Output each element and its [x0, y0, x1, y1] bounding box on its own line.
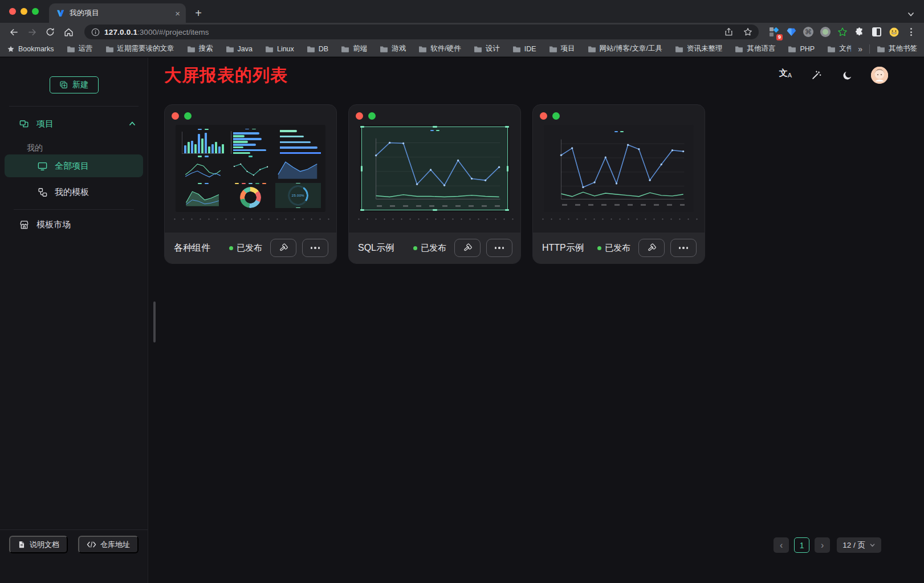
site-info-icon[interactable] — [91, 28, 100, 36]
home-button[interactable] — [60, 25, 76, 39]
current-page-button[interactable]: 1 — [794, 537, 809, 553]
x-axis-ticks — [562, 204, 685, 206]
star-icon — [7, 45, 15, 53]
sidebar-item-all-projects[interactable]: 全部项目 — [5, 154, 143, 177]
bookmark-folder[interactable]: 其他语言 — [735, 44, 775, 54]
repo-button[interactable]: 仓库地址 — [78, 536, 139, 553]
reload-button[interactable] — [42, 25, 58, 39]
tab-search-chevron-icon[interactable] — [907, 10, 915, 18]
bookmark-folder[interactable]: 资讯未整理 — [675, 44, 723, 54]
docs-button[interactable]: 说明文档 — [9, 536, 68, 553]
bar — [233, 132, 259, 134]
language-icon[interactable]: 文A — [779, 68, 792, 82]
bookmark-folder[interactable]: PHP — [788, 44, 815, 54]
share-icon[interactable] — [721, 25, 736, 39]
edit-hammer-button[interactable] — [454, 239, 481, 257]
mini-gradient-hbar-chart — [275, 129, 321, 154]
bookmark-folder[interactable]: 文件服务器 — [827, 44, 851, 54]
browser-tab[interactable]: 我的项目 × — [49, 3, 186, 23]
bookmark-folder[interactable]: 搜索 — [187, 44, 213, 54]
project-name: HTTP示例 — [542, 242, 597, 254]
bar — [208, 146, 210, 153]
edit-hammer-button[interactable] — [270, 239, 296, 257]
selection-handle[interactable] — [360, 209, 364, 211]
extension-tabs-icon[interactable]: 9 — [767, 25, 781, 39]
bar — [280, 136, 304, 138]
screens-icon — [19, 119, 30, 129]
user-avatar[interactable] — [871, 67, 888, 84]
bookmark-star-icon[interactable] — [740, 25, 755, 39]
sidebar-item-my-templates[interactable]: 我的模板 — [5, 181, 143, 203]
tab-close-icon[interactable]: × — [175, 9, 180, 18]
selection-handle[interactable] — [505, 126, 509, 128]
selection-handle[interactable] — [505, 209, 509, 211]
bookmark-folder[interactable]: 近期需要读的文章 — [105, 44, 174, 54]
sidebar-footer: 说明文档 仓库地址 — [0, 536, 148, 553]
bookmark-folder[interactable]: 游戏 — [380, 44, 406, 54]
more-button[interactable] — [302, 239, 328, 257]
new-tab-button[interactable]: + — [190, 5, 206, 21]
project-card[interactable]: 25.00% 各种组件 已发布 — [164, 104, 337, 264]
more-button[interactable] — [486, 239, 512, 257]
selection-handle[interactable] — [296, 183, 300, 184]
magic-wand-icon[interactable] — [809, 68, 823, 82]
chevron-up-icon[interactable] — [128, 120, 136, 128]
selection-handle[interactable] — [433, 126, 437, 128]
selection-handle[interactable] — [361, 166, 363, 172]
http-line-chart — [547, 128, 690, 209]
extension-darkreader-icon[interactable] — [869, 25, 884, 39]
bookmark-folder[interactable]: 设计 — [474, 44, 500, 54]
next-page-button[interactable]: › — [815, 537, 830, 553]
page-size-select[interactable]: 12 / 页 — [837, 537, 881, 553]
selection-handle[interactable] — [507, 166, 508, 172]
forward-button[interactable] — [24, 25, 40, 39]
sidebar-section-project[interactable]: 项目 — [5, 113, 143, 134]
more-button[interactable] — [670, 239, 697, 257]
new-project-button[interactable]: 新建 — [50, 76, 99, 93]
bookmarks-divider — [869, 44, 870, 54]
bookmark-folder[interactable]: DB — [307, 44, 328, 54]
bookmark-folder[interactable]: Java — [226, 44, 253, 54]
project-card[interactable]: HTTP示例 已发布 — [532, 104, 705, 264]
selection-handle[interactable] — [296, 207, 300, 208]
extension-circle-icon[interactable] — [818, 25, 833, 39]
bookmark-folder[interactable]: Linux — [265, 44, 294, 54]
extension-command-icon[interactable]: ⌘ — [801, 25, 816, 39]
bookmark-folder[interactable]: 网站/博客/文章/工具 — [588, 44, 662, 54]
selected-component[interactable]: 25.00% — [275, 183, 321, 208]
bookmarks-overflow-chevron[interactable]: » — [858, 44, 862, 54]
selected-component[interactable] — [362, 127, 507, 210]
bookmark-folder[interactable]: 前端 — [341, 44, 367, 54]
bar — [233, 149, 266, 152]
bookmarks-root[interactable]: Bookmarks — [7, 45, 54, 53]
extension-gem-icon[interactable] — [784, 25, 799, 39]
folder-icon — [675, 46, 683, 52]
bar — [280, 141, 311, 144]
extension-emoji-icon[interactable] — [886, 25, 901, 39]
folder-icon — [827, 46, 836, 52]
bookmark-folder[interactable]: 项目 — [549, 44, 575, 54]
bar — [211, 144, 214, 153]
address-bar[interactable]: 127.0.0.1:3000/#/project/items — [84, 25, 759, 39]
extension-green-star-icon[interactable] — [835, 25, 850, 39]
window-minimize-button[interactable] — [21, 8, 27, 15]
folder-icon — [549, 46, 557, 52]
dark-mode-moon-icon[interactable] — [840, 68, 854, 82]
window-close-button[interactable] — [9, 8, 16, 15]
project-card[interactable]: SQL示例 已发布 — [348, 104, 521, 264]
page-title: 大屏报表的列表 — [164, 64, 288, 87]
edit-hammer-button[interactable] — [638, 239, 665, 257]
bookmark-folder[interactable]: IDE — [512, 44, 536, 54]
scrollbar-thumb[interactable] — [153, 301, 156, 343]
selection-handle[interactable] — [433, 209, 437, 211]
bookmark-folder[interactable]: 软件/硬件 — [418, 44, 461, 54]
browser-menu-icon[interactable] — [903, 25, 918, 39]
back-button[interactable] — [6, 25, 22, 39]
selection-handle[interactable] — [360, 126, 364, 128]
extensions-puzzle-icon[interactable] — [852, 25, 867, 39]
prev-page-button[interactable]: ‹ — [774, 537, 789, 553]
sidebar-item-template-market[interactable]: 模板市场 — [5, 213, 143, 236]
bookmark-folder[interactable]: 运营 — [67, 44, 93, 54]
other-bookmarks[interactable]: 其他书签 — [877, 44, 917, 54]
window-zoom-button[interactable] — [32, 8, 39, 15]
